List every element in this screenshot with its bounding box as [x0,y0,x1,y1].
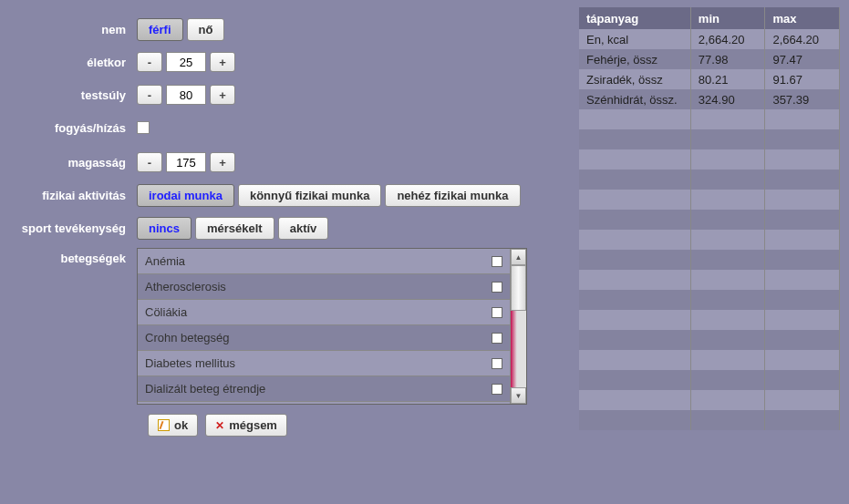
nutrient-table: tápanyag min max En, kcal2,664.202,664.2… [579,7,840,430]
scroll-up-button[interactable]: ▲ [511,249,526,265]
pencil-icon [158,419,170,431]
label-weight: testsúly [18,88,137,102]
age-stepper: - + [137,52,235,72]
height-minus-button[interactable]: - [137,152,162,172]
nutrient-row-empty [579,109,840,129]
sport-group: nincs mérsékelt aktív [137,217,328,240]
gender-female-button[interactable]: nő [187,18,225,41]
disease-label: Egészséges férfi [145,403,233,404]
nutrient-row-empty [579,190,840,210]
nutrient-name: Zsiradék, össz [579,69,690,89]
nutrient-row-empty [579,310,840,330]
physical-option-1[interactable]: könnyű fizikai munka [238,184,381,207]
disease-panel: Anémia Atherosclerosis Cöliákia Crohn be… [137,248,527,405]
nutrient-row-empty [579,210,840,230]
nutrient-row: Zsiradék, össz80.2191.67 [579,69,840,89]
nutrient-row-empty [579,390,840,410]
disease-row[interactable]: Diabetes mellitus [138,351,510,376]
gender-male-button[interactable]: férfi [137,18,183,41]
label-gender: nem [18,23,137,36]
sport-option-0[interactable]: nincs [137,217,192,240]
nutrient-max: 97.47 [765,49,840,69]
disease-label: Cöliákia [145,305,187,319]
disease-checkbox[interactable] [492,384,502,395]
disease-list: Anémia Atherosclerosis Cöliákia Crohn be… [138,249,510,404]
ok-button[interactable]: ok [148,414,198,437]
disease-checkbox[interactable] [492,307,502,318]
nutrient-name: Fehérje, össz [579,49,690,69]
age-minus-button[interactable]: - [137,52,162,72]
nutrient-panel: tápanyag min max En, kcal2,664.202,664.2… [579,7,840,430]
nutrient-min: 324.90 [690,89,765,109]
label-sport: sport tevékenység [18,221,137,235]
weight-input[interactable] [166,85,206,105]
close-icon: ✕ [215,419,224,432]
disease-label: Dializált beteg étrendje [145,382,265,396]
weight-minus-button[interactable]: - [137,85,162,105]
label-diseases: betegségek [18,248,137,265]
nutrient-row-empty [579,330,840,350]
height-plus-button[interactable]: + [210,152,235,172]
nutrient-name: Szénhidrát, össz. [579,89,690,109]
nutrient-row: Fehérje, össz77.9897.47 [579,49,840,69]
nutrient-row-empty [579,350,840,370]
age-plus-button[interactable]: + [210,52,235,72]
age-input[interactable] [166,52,206,72]
physical-option-0[interactable]: irodai munka [137,184,234,207]
nutrient-row-empty [579,250,840,270]
nutrient-row-empty [579,230,840,250]
nutrient-row-empty [579,149,840,170]
disease-label: Crohn betegség [145,331,230,345]
weight-stepper: - + [137,85,235,105]
scroll-thumb[interactable] [511,265,526,311]
nutrient-row-empty [579,129,840,149]
disease-scrollbar[interactable]: ▲ ▼ [510,249,526,404]
ok-label: ok [174,418,188,432]
disease-checkbox[interactable] [492,256,502,267]
disease-row[interactable]: Anémia [138,249,510,274]
disease-row[interactable]: Crohn betegség [138,325,510,351]
gender-group: férfi nő [137,18,224,41]
nutrient-max: 2,664.20 [765,29,840,49]
label-weightchange: fogyás/hízás [18,121,137,135]
nutrient-header-min: min [690,7,765,29]
form-panel: nem férfi nő életkor - + testsúly - + fo… [18,16,538,437]
nutrient-max: 357.39 [765,89,840,109]
cancel-label: mégsem [229,418,277,432]
sport-option-1[interactable]: mérsékelt [195,217,274,240]
disease-checkbox[interactable] [492,333,502,344]
disease-label: Atherosclerosis [145,280,226,293]
nutrient-row-empty [579,170,840,190]
label-height: magasság [18,156,137,170]
height-stepper: - + [137,152,235,172]
nutrient-header-max: max [765,7,840,29]
disease-label: Anémia [145,254,185,268]
nutrient-name: En, kcal [579,29,690,49]
label-age: életkor [18,56,137,69]
disease-row[interactable]: Dializált beteg étrendje [138,376,510,402]
disease-label: Diabetes mellitus [145,356,235,370]
weightchange-checkbox[interactable] [137,121,150,134]
physical-group: irodai munka könnyű fizikai munka nehéz … [137,184,521,207]
disease-checkbox[interactable] [492,282,502,293]
nutrient-max: 91.67 [765,69,840,89]
cancel-button[interactable]: ✕ mégsem [205,414,287,437]
label-physical: fizikai aktivitás [18,189,137,202]
nutrient-min: 77.98 [690,49,765,69]
scroll-down-button[interactable]: ▼ [511,387,526,404]
scroll-track[interactable] [511,265,526,387]
disease-row[interactable]: Egészséges férfi [138,402,510,404]
nutrient-min: 80.21 [690,69,765,89]
disease-checkbox[interactable] [492,358,502,369]
nutrient-row-empty [579,270,840,290]
weight-plus-button[interactable]: + [210,85,235,105]
nutrient-row: En, kcal2,664.202,664.20 [579,29,840,49]
sport-option-2[interactable]: aktív [278,217,329,240]
disease-row[interactable]: Cöliákia [138,300,510,325]
nutrient-row-empty [579,290,840,310]
height-input[interactable] [166,152,206,172]
nutrient-row: Szénhidrát, össz.324.90357.39 [579,89,840,109]
physical-option-2[interactable]: nehéz fizikai munka [385,184,520,207]
disease-row[interactable]: Atherosclerosis [138,274,510,300]
nutrient-row-empty [579,370,840,390]
